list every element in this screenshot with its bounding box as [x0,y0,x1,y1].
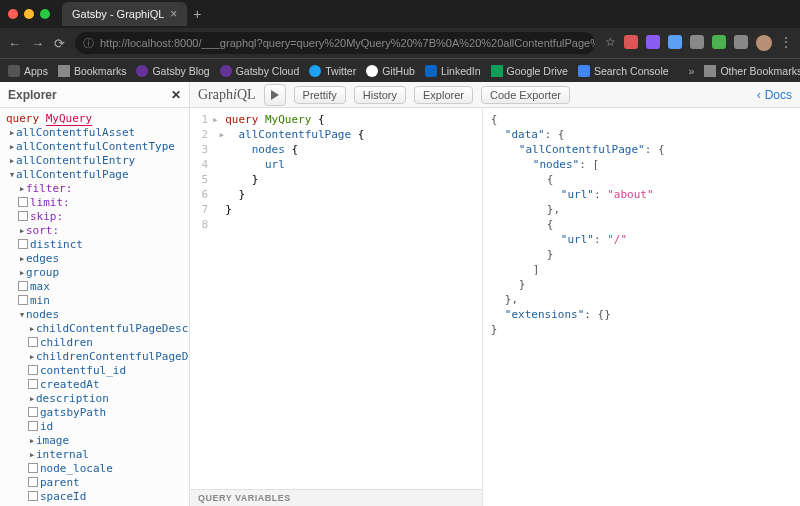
chevron-left-icon: ‹ [757,88,761,102]
prettify-button[interactable]: Prettify [294,86,346,104]
arg-field[interactable]: ▸filter: [2,182,187,196]
field[interactable]: min [2,294,187,308]
menu-icon[interactable]: ⋮ [780,35,792,51]
arg-field[interactable]: ▸sort: [2,224,187,238]
extension-icon[interactable] [690,35,704,49]
bookmark-link[interactable]: Twitter [309,65,356,77]
node-field[interactable]: ▸internal [2,448,187,462]
field[interactable]: max [2,280,187,294]
play-icon [270,90,280,100]
bookmark-link[interactable]: Gatsby Cloud [220,65,300,77]
graphiql-app: Explorer ✕ query MyQuery ▸allContentfulA… [0,82,800,506]
code-content[interactable]: ▸ query MyQuery { ▸ allContentfulPage { … [212,112,482,489]
explorer-panel: Explorer ✕ query MyQuery ▸allContentfulA… [0,82,190,506]
graphiql-logo: GraphiQL [198,87,256,103]
star-icon[interactable]: ☆ [605,35,616,51]
github-icon [366,65,378,77]
bookmark-link[interactable]: Gatsby Blog [136,65,209,77]
field[interactable]: ▸edges [2,252,187,266]
nodes-field-open[interactable]: ▾nodes [2,308,187,322]
close-window-icon[interactable] [8,9,18,19]
explorer-header: Explorer ✕ [0,82,189,108]
explorer-button[interactable]: Explorer [414,86,473,104]
drive-icon [491,65,503,77]
arg-field[interactable]: limit: [2,196,187,210]
node-field[interactable]: children [2,336,187,350]
twitter-icon [309,65,321,77]
close-tab-icon[interactable]: × [170,7,177,21]
field[interactable]: ▸group [2,266,187,280]
reload-icon[interactable]: ⟳ [54,36,65,51]
bookmark-link[interactable]: Search Console [578,65,669,77]
close-explorer-icon[interactable]: ✕ [171,88,181,102]
extension-icons: ☆ ⋮ [605,35,792,51]
bookmark-overflow[interactable]: » [689,65,695,77]
search-console-icon [578,65,590,77]
puzzle-icon[interactable] [734,35,748,49]
apps-icon [8,65,20,77]
extension-icon[interactable] [712,35,726,49]
new-tab-button[interactable]: + [193,6,201,22]
node-field[interactable]: gatsbyPath [2,406,187,420]
node-field[interactable]: ▸childContentfulPageDescriptionTextNode [2,322,187,336]
folder-icon [704,65,716,77]
maximize-window-icon[interactable] [40,9,50,19]
back-icon[interactable]: ← [8,36,21,51]
node-field[interactable]: ▸description [2,392,187,406]
apps-button[interactable]: Apps [8,65,48,77]
main-panel: GraphiQL Prettify History Explorer Code … [190,82,800,506]
browser-chrome: Gatsby - GraphiQL × + ← → ⟳ ⓘ http://loc… [0,0,800,82]
panes: 12345678 ▸ query MyQuery { ▸ allContentf… [190,108,800,506]
node-field[interactable]: id [2,420,187,434]
bookmark-link[interactable]: GitHub [366,65,415,77]
url-bar[interactable]: ⓘ http://localhost:8000/___graphql?query… [75,32,595,54]
extension-icon[interactable] [646,35,660,49]
line-gutter: 12345678 [190,112,212,489]
code-exporter-button[interactable]: Code Exporter [481,86,570,104]
bookmark-link[interactable]: Google Drive [491,65,568,77]
explorer-tree[interactable]: query MyQuery ▸allContentfulAsset ▸allCo… [0,108,189,506]
gatsby-icon [220,65,232,77]
field[interactable]: distinct [2,238,187,252]
bookmark-folder[interactable]: Bookmarks [58,65,127,77]
node-field[interactable]: createdAt [2,378,187,392]
result-pane[interactable]: { "data": { "allContentfulPage": { "node… [483,108,800,506]
window-controls [8,9,50,19]
node-field[interactable]: contentful_id [2,364,187,378]
tab-bar: Gatsby - GraphiQL × + [0,0,800,28]
node-field[interactable]: parent [2,476,187,490]
toolbar: GraphiQL Prettify History Explorer Code … [190,82,800,108]
bookmark-link[interactable]: LinkedIn [425,65,481,77]
site-info-icon: ⓘ [83,36,94,51]
root-field[interactable]: ▸allContentfulAsset [2,126,187,140]
gatsby-icon [136,65,148,77]
query-line: query MyQuery [2,112,187,126]
avatar-icon[interactable] [756,35,772,51]
root-field-open[interactable]: ▾allContentfulPage [2,168,187,182]
minimize-window-icon[interactable] [24,9,34,19]
node-field[interactable]: spaceId [2,490,187,504]
forward-icon[interactable]: → [31,36,44,51]
explorer-title: Explorer [8,88,57,102]
node-field[interactable]: ▸image [2,434,187,448]
node-field[interactable]: node_locale [2,462,187,476]
bookmark-bar: Apps Bookmarks Gatsby Blog Gatsby Cloud … [0,58,800,82]
query-editor[interactable]: 12345678 ▸ query MyQuery { ▸ allContentf… [190,108,483,506]
url-text: http://localhost:8000/___graphql?query=q… [100,37,595,49]
arg-field[interactable]: skip: [2,210,187,224]
linkedin-icon [425,65,437,77]
query-variables-bar[interactable]: QUERY VARIABLES [190,489,482,506]
nav-bar: ← → ⟳ ⓘ http://localhost:8000/___graphql… [0,28,800,58]
root-field[interactable]: ▸allContentfulContentType [2,140,187,154]
other-bookmarks[interactable]: Other Bookmarks [704,65,800,77]
run-button[interactable] [264,84,286,106]
extension-icon[interactable] [624,35,638,49]
history-button[interactable]: History [354,86,406,104]
node-field[interactable]: ▸childrenContentfulPageDescriptionTextNo… [2,350,187,364]
docs-button[interactable]: ‹Docs [757,88,792,102]
browser-tab[interactable]: Gatsby - GraphiQL × [62,2,187,26]
root-field[interactable]: ▸allContentfulEntry [2,154,187,168]
tab-title: Gatsby - GraphiQL [72,8,164,20]
folder-icon [58,65,70,77]
extension-icon[interactable] [668,35,682,49]
